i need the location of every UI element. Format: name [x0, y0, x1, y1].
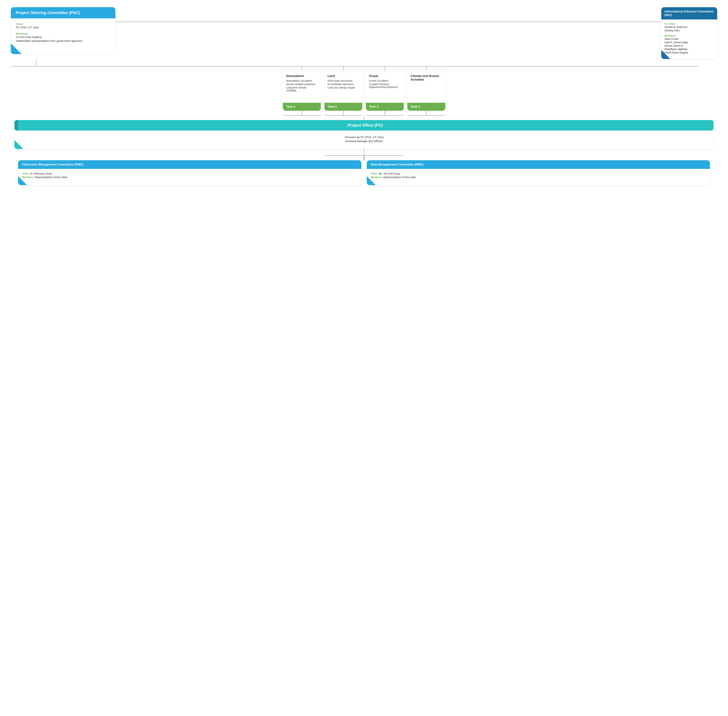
task-item: Groundwater dynamics [328, 83, 359, 86]
task-1-title: Atmosphere [283, 71, 321, 79]
iac-header: International Advisory Committee (IAC) [661, 7, 717, 20]
bottom-row: Field-work Management Committee (FMC) Ch… [18, 160, 710, 185]
dmc-title: Data Management Committee (DMC) [371, 163, 424, 166]
task-3-badge: Task 3 [366, 103, 404, 111]
tasks-row: AtmosphereAtmospheric circulationSevere … [11, 71, 717, 111]
po-fmc-v [364, 149, 364, 155]
task2-po-v [343, 111, 343, 115]
task-card-2: LandRiver basin processesGroundwater dyn… [324, 71, 362, 111]
task-item: Land use change impact [328, 86, 359, 89]
task-1-badge: Task 1 [283, 103, 321, 111]
po-left-accent [14, 120, 18, 130]
task-2-title: Land [324, 71, 362, 79]
psc-card: Project Steering Committee (PSC) Chair: … [11, 7, 116, 54]
task-4-badge: Task 4 [407, 103, 445, 111]
dmc-card: Data Management Committee (DMC) Chair: M… [367, 160, 710, 185]
task1-po-v [302, 111, 302, 115]
task-item: Severe weather prediction [286, 83, 318, 86]
iac-members-label: Members: [664, 34, 714, 37]
dmc-members-label: Members: [371, 176, 383, 179]
po-content-card: Overseen by PC (Prof. J.P. Gan) Assistan… [14, 130, 714, 149]
fmc-members-row: Members: Representatives of four tasks [22, 176, 357, 179]
task-item: Long-term climate variability [286, 86, 318, 92]
iac-member-3: McWilliams Matthias [664, 48, 714, 51]
task-card-1: AtmosphereAtmospheric circulationSevere … [283, 71, 321, 111]
gather-po-v [364, 115, 364, 120]
task4-po-v [426, 111, 427, 115]
psc-chair-label: Chair: [16, 22, 110, 26]
po-title: Project Office (PO) [24, 123, 706, 127]
iac-card: International Advisory Committee (IAC) C… [661, 7, 717, 59]
iac-member-4: Peichl Pierre Regnier [664, 51, 714, 54]
psc-header: Project Steering Committee (PSC) [11, 7, 116, 18]
task-3-title: Ocean [366, 71, 404, 79]
fmc-members-label: Members: [22, 176, 35, 179]
iac-cochair-label: Co-Chair: [664, 22, 714, 25]
psc-title: Project Steering Committee (PSC) [16, 11, 80, 15]
dmc-chair-label: Chair: [371, 172, 379, 175]
dmc-header: Data Management Committee (DMC) [367, 160, 710, 169]
dmc-chair-row: Chair: Ms. Hiu Suet Kung [371, 172, 706, 175]
fmc-chair-row: Chair: Dr. Weicong Cheng [22, 172, 357, 175]
dmc-chair-value: Ms. Hiu Suet Kung [379, 172, 400, 175]
fmc-title: Field-work Management Committee (FMC) [22, 163, 83, 166]
task-item: River basin processes [328, 79, 359, 82]
iac-member-2: Fennel James E. [664, 44, 714, 47]
psc-tasks-connector-v [36, 59, 36, 66]
task3-connector-v [385, 67, 385, 71]
task4-connector-v [426, 67, 427, 71]
fmc-chair-label: Chair: [22, 172, 30, 175]
task-2-badge: Task 2 [324, 103, 362, 111]
task-4-title: Climate and Human Activities [407, 71, 445, 83]
po-line-1: Assistant Manager and Officers [22, 140, 706, 143]
fmc-card: Field-work Management Committee (FMC) Ch… [18, 160, 362, 185]
iac-member-0: Sean Crowe [664, 38, 714, 40]
psc-member-1: Stakeholder representatives from governm… [16, 39, 110, 42]
task-card-3: OceanOcean circulationCoupled Physical-b… [366, 71, 404, 111]
task1-connector-v [302, 67, 302, 71]
po-bar-wrapper: Project Office (PO) [14, 120, 714, 130]
dmc-members-row: Members: Representatives of four tasks [371, 176, 706, 179]
iac-cochair-1: Deliang Chen [664, 29, 714, 32]
dmc-v-drop [364, 156, 365, 160]
task-card-4: Climate and Human ActivitiesTask 4 [407, 71, 445, 111]
psc-chair-value: PC (Prof. J.P. Gan) [16, 26, 110, 29]
iac-member-1: Dale R. Durran Katja [664, 41, 714, 44]
task-item: Atmospheric circulation [286, 79, 318, 82]
fmc-header: Field-work Management Committee (FMC) [18, 160, 362, 169]
iac-title: International Advisory Committee (IAC) [664, 10, 713, 17]
task2-connector-v [343, 67, 343, 71]
fmc-members-value: Representatives of four tasks [35, 176, 67, 179]
iac-cochair-0: Donald M. Anderson [664, 26, 714, 29]
task-item: Ocean circulation [369, 79, 401, 82]
task3-po-v [385, 111, 385, 115]
psc-members-label: Members: [16, 32, 110, 35]
fmc-chair-value: Dr. Weicong Cheng [30, 172, 52, 175]
task-item: Coupled Physical-biogeochemical dynamics [369, 83, 401, 88]
dmc-members-value: Representatives of four tasks [383, 176, 416, 179]
po-line-0: Overseen by PC (Prof. J.P. Gan) [22, 135, 706, 139]
psc-member-0: Co-PIs (Task leaders) [16, 35, 110, 39]
